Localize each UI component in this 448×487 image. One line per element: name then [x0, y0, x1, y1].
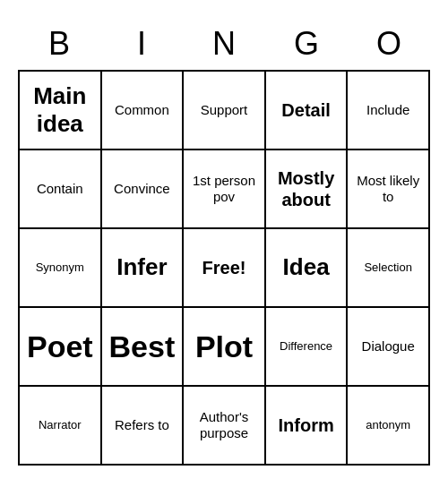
cell-text: Mostly about [270, 167, 343, 210]
bingo-cell: Synonym [20, 229, 102, 308]
bingo-cell: antonym [348, 387, 430, 466]
bingo-cell: Infer [102, 229, 185, 308]
cell-text: Synonym [36, 261, 84, 275]
bingo-cell: Most likely to [348, 150, 430, 229]
bingo-cell: Selection [348, 229, 430, 308]
cell-text: Poet [27, 329, 93, 365]
cell-text: Convince [114, 181, 170, 197]
cell-text: Plot [195, 329, 253, 365]
bingo-cell: Mostly about [266, 150, 349, 229]
bingo-cell: Difference [266, 308, 349, 387]
cell-text: Detail [281, 99, 330, 121]
bingo-cell: Poet [20, 308, 102, 387]
bingo-letter: I [100, 21, 183, 66]
cell-text: 1st person pov [187, 173, 261, 205]
cell-text: Refers to [115, 417, 169, 433]
bingo-card: BINGO Main ideaCommonSupportDetailInclud… [18, 21, 430, 466]
bingo-letter: G [265, 21, 348, 66]
cell-text: Contain [37, 181, 83, 197]
bingo-letter: N [183, 21, 265, 66]
bingo-letter: O [348, 21, 430, 66]
bingo-cell: Narrator [20, 387, 102, 466]
cell-text: Free! [202, 257, 246, 278]
bingo-grid: Main ideaCommonSupportDetailIncludeConta… [18, 70, 430, 466]
cell-text: Infer [116, 253, 167, 281]
cell-text: Inform [278, 414, 333, 436]
cell-text: Common [115, 102, 169, 118]
bingo-cell: Best [102, 308, 185, 387]
bingo-letter: B [18, 21, 100, 66]
cell-text: Author's purpose [187, 409, 261, 441]
bingo-cell: Main idea [20, 72, 102, 150]
bingo-cell: Common [102, 72, 185, 150]
bingo-cell: Idea [266, 229, 349, 308]
cell-text: Main idea [23, 82, 97, 138]
bingo-cell: Detail [266, 72, 349, 150]
cell-text: Idea [283, 253, 330, 281]
cell-text: Selection [364, 261, 411, 275]
cell-text: Difference [280, 339, 332, 354]
bingo-cell: Free! [184, 229, 266, 308]
bingo-cell: Dialogue [348, 308, 430, 387]
bingo-cell: Plot [184, 308, 266, 387]
cell-text: antonym [366, 418, 410, 432]
bingo-cell: Include [348, 72, 430, 150]
bingo-cell: Convince [102, 150, 185, 229]
bingo-cell: Author's purpose [184, 387, 266, 466]
bingo-cell: Refers to [102, 387, 185, 466]
cell-text: Most likely to [351, 173, 425, 205]
cell-text: Best [109, 329, 176, 365]
bingo-cell: 1st person pov [184, 150, 266, 229]
cell-text: Support [201, 102, 248, 118]
cell-text: Include [366, 102, 409, 118]
cell-text: Narrator [39, 418, 82, 432]
bingo-cell: Inform [266, 387, 349, 466]
cell-text: Dialogue [362, 338, 415, 355]
bingo-cell: Contain [20, 150, 102, 229]
bingo-header: BINGO [18, 21, 430, 66]
bingo-cell: Support [184, 72, 266, 150]
